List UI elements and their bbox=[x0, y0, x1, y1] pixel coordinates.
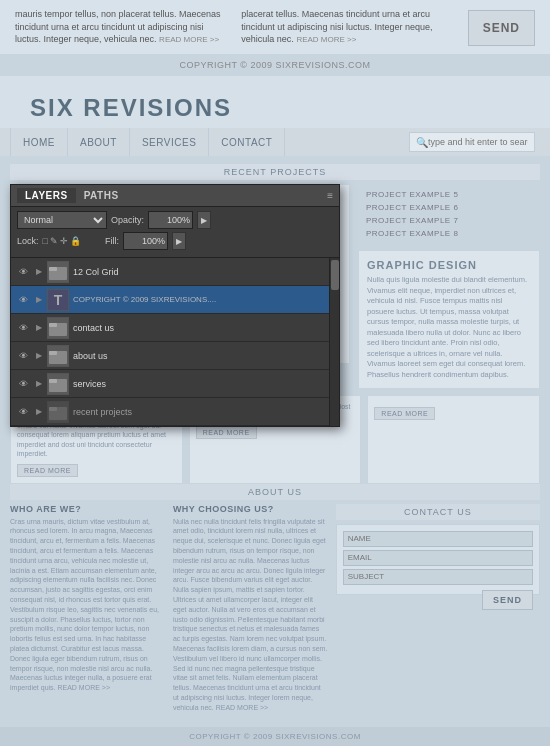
contact-name-input[interactable] bbox=[343, 531, 533, 547]
bottom-copyright-text: COPYRIGHT © 2009 SIXREVISIONS.COM bbox=[189, 732, 361, 741]
layer-thumb-3 bbox=[47, 345, 69, 367]
layer-copyright[interactable]: 👁 ▶ T COPYRIGHT © 2009 SIXREVISIONS.... bbox=[11, 286, 339, 314]
project-example-5[interactable]: PROJECT EXAMPLE 5 bbox=[366, 188, 532, 201]
layer-contact-us[interactable]: 👁 ▶ contact us bbox=[11, 314, 339, 342]
lock-icons: □ ✎ ✛ 🔒 bbox=[43, 236, 81, 246]
layer-thumb-0 bbox=[47, 261, 69, 283]
site-footer: COPYRIGHT © 2009 SIXREVISIONS.COM bbox=[0, 727, 550, 746]
who-are-we-title: WHO ARE WE? bbox=[10, 504, 165, 514]
lock-position-icon[interactable]: ✛ bbox=[60, 236, 68, 246]
contact-form: SEND bbox=[336, 524, 540, 595]
graphic-design-text: Nulla quis ligula molestie dui blandit e… bbox=[367, 275, 531, 380]
project-example-6[interactable]: PROJECT EXAMPLE 6 bbox=[366, 201, 532, 214]
search-input[interactable] bbox=[428, 137, 528, 147]
expand-icon-5[interactable]: ▶ bbox=[33, 406, 45, 418]
read-more-btn-2[interactable]: READ MORE bbox=[374, 407, 435, 420]
expand-icon-4[interactable]: ▶ bbox=[33, 378, 45, 390]
nav-home[interactable]: HOME bbox=[10, 128, 68, 156]
layer-name-3: about us bbox=[73, 351, 335, 361]
nav-services[interactable]: SERVICES bbox=[130, 128, 209, 156]
svg-rect-10 bbox=[49, 351, 57, 355]
contact-us-label: CONTACT US bbox=[404, 507, 472, 517]
layer-thumb-5 bbox=[47, 401, 69, 423]
layer-name-1: COPYRIGHT © 2009 SIXREVISIONS.... bbox=[73, 295, 335, 304]
search-box[interactable]: 🔍 bbox=[409, 132, 535, 152]
about-us-label: ABOUT US bbox=[248, 487, 302, 497]
layer-name-4: services bbox=[73, 379, 335, 389]
about-col: WHO ARE WE? Cras urna mauris, dictum vit… bbox=[10, 504, 328, 713]
eye-icon-3[interactable]: 👁 bbox=[15, 348, 31, 364]
fill-label: Fill: bbox=[105, 236, 119, 246]
eye-icon-0[interactable]: 👁 bbox=[15, 264, 31, 280]
contact-us-bar: CONTACT US bbox=[336, 504, 540, 520]
fill-arrow[interactable]: ▶ bbox=[172, 232, 186, 250]
top-footer-col2-readmore[interactable]: READ MORE >> bbox=[296, 35, 356, 44]
blend-mode-select[interactable]: Normal Multiply Screen bbox=[17, 211, 107, 229]
nav-contact[interactable]: CONTACT bbox=[209, 128, 285, 156]
contact-subject-input[interactable] bbox=[343, 569, 533, 585]
panel-menu-icon[interactable]: ≡ bbox=[327, 190, 333, 201]
page-wrapper: SIX REVISIONS HOME ABOUT SERVICES CONTAC… bbox=[0, 76, 550, 746]
layer-about-us[interactable]: 👁 ▶ about us bbox=[11, 342, 339, 370]
layer-12-col-grid[interactable]: 👁 ▶ 12 Col Grid bbox=[11, 258, 339, 286]
content-area: RECENT PROJECTS PROJECT EXAMPLE 1 bbox=[0, 156, 550, 721]
opacity-label: Opacity: bbox=[111, 215, 144, 225]
why-choosing-us-title: WHY CHOOSING US? bbox=[173, 504, 328, 514]
graphic-design-title: GRAPHIC DESIGN bbox=[367, 259, 531, 271]
lock-all-icon[interactable]: 🔒 bbox=[70, 236, 81, 246]
nav-bar: HOME ABOUT SERVICES CONTACT 🔍 bbox=[0, 128, 550, 156]
svg-rect-8 bbox=[49, 323, 57, 327]
who-are-we-text: Cras urna mauris, dictum vitae vestibulu… bbox=[10, 517, 165, 693]
layer-recent-projects[interactable]: 👁 ▶ recent projects bbox=[11, 398, 339, 426]
layers-scrollbar[interactable] bbox=[329, 258, 339, 426]
panel-controls: Normal Multiply Screen Opacity: ▶ Lock: bbox=[11, 207, 339, 258]
svg-rect-6 bbox=[49, 267, 57, 271]
tab-paths[interactable]: PATHS bbox=[76, 188, 127, 203]
layers-panel: LAYERS PATHS ≡ Normal Multiply Screen bbox=[10, 184, 340, 427]
layer-name-0: 12 Col Grid bbox=[73, 267, 335, 277]
expand-icon-1[interactable]: ▶ bbox=[33, 294, 45, 306]
top-copyright-bar: COPYRIGHT © 2009 SIXREVISIONS.COM bbox=[0, 54, 550, 76]
top-send-button[interactable]: SEND bbox=[468, 10, 535, 46]
contact-send-button[interactable]: SEND bbox=[482, 590, 533, 610]
project-example-8[interactable]: PROJECT EXAMPLE 8 bbox=[366, 227, 532, 240]
project-example-7[interactable]: PROJECT EXAMPLE 7 bbox=[366, 214, 532, 227]
top-footer-col1: mauris tempor tellus, non placerat tellu… bbox=[15, 8, 231, 46]
expand-icon-0[interactable]: ▶ bbox=[33, 266, 45, 278]
about-us-bar: ABOUT US bbox=[10, 484, 540, 500]
layer-name-5: recent projects bbox=[73, 407, 335, 417]
opacity-input[interactable] bbox=[148, 211, 193, 229]
opacity-arrow[interactable]: ▶ bbox=[197, 211, 211, 229]
eye-icon-4[interactable]: 👁 bbox=[15, 376, 31, 392]
eye-icon-2[interactable]: 👁 bbox=[15, 320, 31, 336]
recent-projects-bar: RECENT PROJECTS bbox=[10, 164, 540, 180]
middle-card-2: READ MORE bbox=[367, 395, 540, 484]
expand-icon-2[interactable]: ▶ bbox=[33, 322, 45, 334]
eye-icon-1[interactable]: 👁 bbox=[15, 292, 31, 308]
eye-icon-5[interactable]: 👁 bbox=[15, 404, 31, 420]
contact-email-input[interactable] bbox=[343, 550, 533, 566]
top-footer: mauris tempor tellus, non placerat tellu… bbox=[0, 0, 550, 54]
layer-services[interactable]: 👁 ▶ services bbox=[11, 370, 339, 398]
lock-pixels-icon[interactable]: ✎ bbox=[50, 236, 58, 246]
why-choosing-us-section: WHY CHOOSING US? Nulla nec nulla tincidu… bbox=[173, 504, 328, 713]
layer-thumb-4 bbox=[47, 373, 69, 395]
search-icon: 🔍 bbox=[416, 137, 428, 148]
read-more-btn-0[interactable]: READ MORE bbox=[17, 464, 78, 477]
contact-col: CONTACT US SEND bbox=[336, 504, 540, 713]
panel-header: LAYERS PATHS ≡ bbox=[11, 185, 339, 207]
layer-name-2: contact us bbox=[73, 323, 335, 333]
blend-opacity-row: Normal Multiply Screen Opacity: ▶ bbox=[17, 211, 333, 229]
top-footer-col1-readmore[interactable]: READ MORE >> bbox=[159, 35, 219, 44]
fill-input[interactable] bbox=[123, 232, 168, 250]
layer-thumb-2 bbox=[47, 317, 69, 339]
two-col-layout: PROJECT EXAMPLE 1 bbox=[10, 184, 540, 389]
graphic-design-box: GRAPHIC DESIGN Nulla quis ligula molesti… bbox=[358, 250, 540, 389]
tab-layers[interactable]: LAYERS bbox=[17, 188, 76, 203]
expand-icon-3[interactable]: ▶ bbox=[33, 350, 45, 362]
lock-transparent-icon[interactable]: □ bbox=[43, 236, 48, 246]
read-more-btn-1[interactable]: READ MORE bbox=[196, 426, 257, 439]
top-copyright-text: COPYRIGHT © 2009 SIXREVISIONS.COM bbox=[179, 60, 370, 70]
nav-about[interactable]: ABOUT bbox=[68, 128, 130, 156]
site-header: SIX REVISIONS HOME ABOUT SERVICES CONTAC… bbox=[0, 76, 550, 156]
